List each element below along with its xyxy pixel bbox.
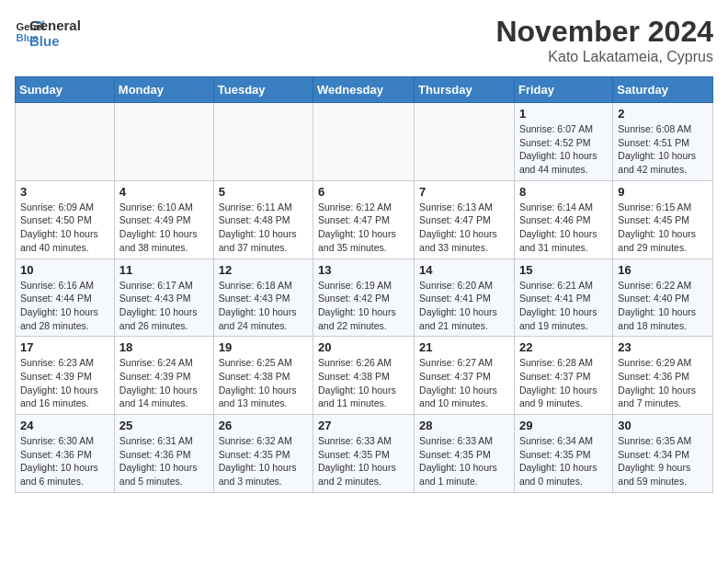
calendar-cell: 8Sunrise: 6:14 AM Sunset: 4:46 PM Daylig… xyxy=(514,180,612,259)
calendar-cell: 21Sunrise: 6:27 AM Sunset: 4:37 PM Dayli… xyxy=(415,337,515,415)
day-info: Sunrise: 6:32 AM Sunset: 4:35 PM Dayligh… xyxy=(219,434,308,488)
day-info: Sunrise: 6:34 AM Sunset: 4:35 PM Dayligh… xyxy=(519,434,608,488)
day-number: 29 xyxy=(519,419,608,432)
calendar-cell: 2Sunrise: 6:08 AM Sunset: 4:51 PM Daylig… xyxy=(613,103,713,181)
calendar-cell: 19Sunrise: 6:25 AM Sunset: 4:38 PM Dayli… xyxy=(213,337,313,415)
day-number: 1 xyxy=(519,107,608,121)
day-info: Sunrise: 6:10 AM Sunset: 4:49 PM Dayligh… xyxy=(119,201,209,255)
day-info: Sunrise: 6:15 AM Sunset: 4:45 PM Dayligh… xyxy=(618,201,708,255)
day-info: Sunrise: 6:26 AM Sunset: 4:38 PM Dayligh… xyxy=(318,356,409,410)
month-title: November 2024 xyxy=(495,15,713,49)
logo-text-general: General xyxy=(29,18,81,34)
logo-text-blue: Blue xyxy=(29,34,81,50)
logo: General Blue General Blue xyxy=(15,15,81,49)
calendar-cell: 10Sunrise: 6:16 AM Sunset: 4:44 PM Dayli… xyxy=(16,259,115,337)
calendar-cell: 14Sunrise: 6:20 AM Sunset: 4:41 PM Dayli… xyxy=(415,259,515,337)
day-number: 6 xyxy=(318,185,409,199)
calendar-cell: 24Sunrise: 6:30 AM Sunset: 4:36 PM Dayli… xyxy=(16,415,115,493)
calendar-cell: 1Sunrise: 6:07 AM Sunset: 4:52 PM Daylig… xyxy=(514,103,612,181)
day-number: 21 xyxy=(419,340,509,354)
calendar-cell xyxy=(213,103,313,181)
day-info: Sunrise: 6:17 AM Sunset: 4:43 PM Dayligh… xyxy=(119,279,209,333)
day-info: Sunrise: 6:28 AM Sunset: 4:37 PM Dayligh… xyxy=(519,356,608,410)
day-number: 13 xyxy=(318,263,409,277)
day-number: 11 xyxy=(119,263,209,277)
calendar-week-row: 3Sunrise: 6:09 AM Sunset: 4:50 PM Daylig… xyxy=(16,180,713,259)
calendar-cell: 11Sunrise: 6:17 AM Sunset: 4:43 PM Dayli… xyxy=(114,259,213,337)
calendar-week-row: 24Sunrise: 6:30 AM Sunset: 4:36 PM Dayli… xyxy=(16,415,713,493)
day-number: 12 xyxy=(219,263,308,277)
day-number: 15 xyxy=(519,263,608,277)
calendar-week-row: 10Sunrise: 6:16 AM Sunset: 4:44 PM Dayli… xyxy=(16,259,713,337)
calendar-cell: 20Sunrise: 6:26 AM Sunset: 4:38 PM Dayli… xyxy=(313,337,415,415)
day-number: 2 xyxy=(618,107,708,121)
day-info: Sunrise: 6:16 AM Sunset: 4:44 PM Dayligh… xyxy=(20,279,109,333)
title-block: November 2024 Kato Lakatameia, Cyprus xyxy=(495,15,713,65)
day-info: Sunrise: 6:33 AM Sunset: 4:35 PM Dayligh… xyxy=(419,434,509,488)
day-number: 7 xyxy=(419,185,509,199)
calendar-cell: 4Sunrise: 6:10 AM Sunset: 4:49 PM Daylig… xyxy=(114,180,213,259)
day-number: 28 xyxy=(419,419,509,432)
calendar-cell: 23Sunrise: 6:29 AM Sunset: 4:36 PM Dayli… xyxy=(613,337,713,415)
calendar-cell: 28Sunrise: 6:33 AM Sunset: 4:35 PM Dayli… xyxy=(415,415,515,493)
day-number: 18 xyxy=(119,340,209,354)
calendar-cell xyxy=(114,103,213,181)
location: Kato Lakatameia, Cyprus xyxy=(495,49,713,65)
day-number: 16 xyxy=(618,263,708,277)
day-number: 17 xyxy=(20,340,109,354)
day-info: Sunrise: 6:31 AM Sunset: 4:36 PM Dayligh… xyxy=(119,434,209,488)
calendar-cell: 5Sunrise: 6:11 AM Sunset: 4:48 PM Daylig… xyxy=(213,180,313,259)
day-info: Sunrise: 6:24 AM Sunset: 4:39 PM Dayligh… xyxy=(119,356,209,410)
calendar-cell: 7Sunrise: 6:13 AM Sunset: 4:47 PM Daylig… xyxy=(415,180,515,259)
day-info: Sunrise: 6:21 AM Sunset: 4:41 PM Dayligh… xyxy=(519,279,608,333)
day-info: Sunrise: 6:20 AM Sunset: 4:41 PM Dayligh… xyxy=(419,279,509,333)
day-info: Sunrise: 6:12 AM Sunset: 4:47 PM Dayligh… xyxy=(318,201,409,255)
day-number: 30 xyxy=(618,419,708,432)
day-number: 14 xyxy=(419,263,509,277)
day-info: Sunrise: 6:35 AM Sunset: 4:34 PM Dayligh… xyxy=(618,434,708,488)
calendar-cell: 16Sunrise: 6:22 AM Sunset: 4:40 PM Dayli… xyxy=(613,259,713,337)
calendar-day-header: Tuesday xyxy=(213,77,313,103)
calendar-cell: 22Sunrise: 6:28 AM Sunset: 4:37 PM Dayli… xyxy=(514,337,612,415)
calendar-week-row: 1Sunrise: 6:07 AM Sunset: 4:52 PM Daylig… xyxy=(16,103,713,181)
calendar-cell: 26Sunrise: 6:32 AM Sunset: 4:35 PM Dayli… xyxy=(213,415,313,493)
day-number: 5 xyxy=(219,185,308,199)
calendar-day-header: Monday xyxy=(114,77,213,103)
day-number: 8 xyxy=(519,185,608,199)
day-info: Sunrise: 6:14 AM Sunset: 4:46 PM Dayligh… xyxy=(519,201,608,255)
day-info: Sunrise: 6:23 AM Sunset: 4:39 PM Dayligh… xyxy=(20,356,109,410)
day-info: Sunrise: 6:27 AM Sunset: 4:37 PM Dayligh… xyxy=(419,356,509,410)
calendar-cell: 15Sunrise: 6:21 AM Sunset: 4:41 PM Dayli… xyxy=(514,259,612,337)
calendar-cell xyxy=(313,103,415,181)
calendar-cell: 17Sunrise: 6:23 AM Sunset: 4:39 PM Dayli… xyxy=(16,337,115,415)
day-number: 9 xyxy=(618,185,708,199)
day-info: Sunrise: 6:13 AM Sunset: 4:47 PM Dayligh… xyxy=(419,201,509,255)
day-info: Sunrise: 6:30 AM Sunset: 4:36 PM Dayligh… xyxy=(20,434,109,488)
calendar-day-header: Thursday xyxy=(415,77,515,103)
calendar-day-header: Sunday xyxy=(16,77,115,103)
day-info: Sunrise: 6:07 AM Sunset: 4:52 PM Dayligh… xyxy=(519,122,608,177)
day-number: 10 xyxy=(20,263,109,277)
day-number: 27 xyxy=(318,419,409,432)
day-info: Sunrise: 6:22 AM Sunset: 4:40 PM Dayligh… xyxy=(618,279,708,333)
calendar-day-header: Wednesday xyxy=(313,77,415,103)
calendar-cell: 13Sunrise: 6:19 AM Sunset: 4:42 PM Dayli… xyxy=(313,259,415,337)
day-info: Sunrise: 6:11 AM Sunset: 4:48 PM Dayligh… xyxy=(219,201,308,255)
day-number: 23 xyxy=(618,340,708,354)
calendar-day-header: Friday xyxy=(514,77,612,103)
calendar-cell: 3Sunrise: 6:09 AM Sunset: 4:50 PM Daylig… xyxy=(16,180,115,259)
calendar-week-row: 17Sunrise: 6:23 AM Sunset: 4:39 PM Dayli… xyxy=(16,337,713,415)
day-info: Sunrise: 6:19 AM Sunset: 4:42 PM Dayligh… xyxy=(318,279,409,333)
day-info: Sunrise: 6:33 AM Sunset: 4:35 PM Dayligh… xyxy=(318,434,409,488)
day-number: 22 xyxy=(519,340,608,354)
day-number: 25 xyxy=(119,419,209,432)
day-info: Sunrise: 6:29 AM Sunset: 4:36 PM Dayligh… xyxy=(618,356,708,410)
calendar-cell: 18Sunrise: 6:24 AM Sunset: 4:39 PM Dayli… xyxy=(114,337,213,415)
calendar-cell: 9Sunrise: 6:15 AM Sunset: 4:45 PM Daylig… xyxy=(613,180,713,259)
calendar-table: SundayMondayTuesdayWednesdayThursdayFrid… xyxy=(15,76,713,493)
day-info: Sunrise: 6:18 AM Sunset: 4:43 PM Dayligh… xyxy=(219,279,308,333)
page-header: General Blue General Blue November 2024 … xyxy=(15,15,713,65)
calendar-cell: 29Sunrise: 6:34 AM Sunset: 4:35 PM Dayli… xyxy=(514,415,612,493)
day-info: Sunrise: 6:25 AM Sunset: 4:38 PM Dayligh… xyxy=(219,356,308,410)
calendar-cell: 30Sunrise: 6:35 AM Sunset: 4:34 PM Dayli… xyxy=(613,415,713,493)
